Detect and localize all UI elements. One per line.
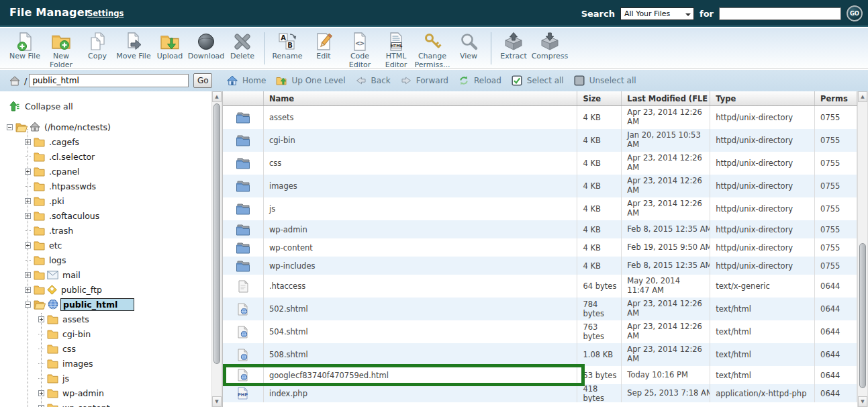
search-scope-select[interactable]: All Your Files (620, 7, 694, 20)
tree-item-js[interactable]: js (0, 371, 211, 386)
search-go-button[interactable]: GO (847, 5, 863, 21)
file-type: text/html (710, 320, 815, 343)
column-header-icon[interactable] (223, 91, 264, 105)
nav-unselect-all-button[interactable]: Unselect all (574, 75, 636, 86)
file-type: httpd/unix-directory (710, 197, 815, 220)
expand-icon[interactable] (38, 316, 44, 322)
tree-item-css[interactable]: css (0, 341, 211, 356)
list-scrollbar[interactable]: ▲ ▼ (857, 91, 868, 407)
column-header-name[interactable]: Name (264, 91, 577, 105)
search-scope-value: All Your Files (624, 9, 670, 18)
tree-item-.htpasswds[interactable]: .htpasswds (0, 179, 211, 193)
toolbar-move-file-button[interactable]: Move File (115, 31, 152, 61)
table-row-wp-includes[interactable]: wp-includes4 KBFeb 8, 2015 12:35 AMhttpd… (223, 257, 857, 275)
toolbar-upload-button[interactable]: Upload (152, 31, 188, 61)
toolbar-change-permissions-button[interactable]: Change Permiss... (414, 31, 450, 69)
tree-item-cgi-bin[interactable]: cgi-bin (0, 326, 211, 341)
scroll-down-button[interactable]: ▼ (212, 396, 222, 407)
tree-item-images[interactable]: images (0, 356, 211, 371)
column-header-perms[interactable]: Perms (815, 91, 857, 105)
tree-item-.cpanel[interactable]: .cpanel (0, 164, 211, 179)
tree-item-assets[interactable]: assets (0, 312, 211, 326)
expand-icon[interactable] (25, 242, 31, 248)
path-go-button[interactable]: Go (193, 73, 212, 88)
expand-icon[interactable] (38, 405, 44, 407)
nav-select-all-button[interactable]: Select all (512, 75, 564, 86)
expand-icon[interactable] (38, 390, 44, 396)
scroll-up-button[interactable]: ▲ (212, 91, 222, 102)
nav-home-button[interactable]: Home (227, 75, 266, 86)
table-row-504.shtml[interactable]: 504.shtml763 bytesApr 23, 2014 12:26 AMt… (223, 320, 857, 343)
toolbar-copy-button[interactable]: Copy (79, 31, 115, 61)
toolbar-download-button[interactable]: Download (188, 31, 224, 61)
collapse-icon[interactable] (7, 124, 13, 130)
tree-item-.softaculous[interactable]: .softaculous (0, 208, 211, 223)
file-name: assets (264, 106, 577, 129)
collapse-all[interactable]: Collapse all (9, 101, 73, 111)
toolbar-edit-button[interactable]: Edit (305, 31, 342, 61)
nav-reload-button[interactable]: Reload (459, 75, 501, 86)
table-row-cgi-bin[interactable]: cgi-bin4 KBJan 20, 2015 10:53 AMhttpd/un… (223, 129, 857, 152)
table-row-508.shtml[interactable]: 508.shtml1.08 KBApr 23, 2014 12:26 AMtex… (223, 343, 857, 366)
tree-item-.pki[interactable]: .pki (0, 193, 211, 208)
collapse-icon[interactable] (25, 302, 31, 308)
table-row-wp-content[interactable]: wp-content4 KBFeb 19, 2015 9:50 AMhttpd/… (223, 238, 857, 257)
table-row-assets[interactable]: assets4 KBApr 23, 2014 12:26 AMhttpd/uni… (223, 106, 857, 129)
table-row-js[interactable]: js4 KBApr 23, 2014 12:26 AMhttpd/unix-di… (223, 197, 857, 220)
toolbar-new-file-button[interactable]: New File (7, 31, 43, 61)
column-header-type[interactable]: Type (710, 91, 815, 105)
toolbar-extract-button[interactable]: Extract (495, 31, 532, 61)
table-row-css[interactable]: css4 KBApr 23, 2014 12:26 AMhttpd/unix-d… (223, 152, 857, 175)
file-name: googlecf83740f470759ed.html (264, 366, 577, 384)
scroll-up-button[interactable]: ▲ (858, 91, 867, 102)
table-row-502.shtml[interactable]: 502.shtml784 bytesApr 23, 2014 12:26 AMt… (223, 298, 857, 320)
nav-back-button[interactable]: Back (356, 75, 391, 86)
scrollbar-thumb[interactable] (213, 103, 220, 364)
expand-icon[interactable] (25, 198, 31, 204)
tree-item-homenctests[interactable]: (/home/nctests) (0, 120, 211, 134)
tree-item-wp-content[interactable]: wp-content (0, 400, 211, 407)
html-file-icon (223, 366, 264, 384)
path-input[interactable] (29, 74, 189, 87)
toolbar-html-editor-button[interactable]: HTMLHTML Editor (378, 31, 414, 69)
table-row-.htaccess[interactable]: .htaccess64 bytesMay 20, 2014 11:47 AMte… (223, 275, 857, 298)
nav-forward-button[interactable]: Forward (401, 75, 448, 86)
tree-item-etc[interactable]: etc (0, 238, 211, 253)
toolbar-code-editor-button[interactable]: <>Code Editor (342, 31, 378, 69)
scrollbar-thumb[interactable] (859, 243, 866, 388)
tree-item-mail[interactable]: mail (0, 267, 211, 282)
column-header-size[interactable]: Size (577, 91, 622, 105)
expand-icon[interactable] (25, 169, 31, 175)
file-modified: Apr 23, 2014 12:26 AM (622, 197, 710, 220)
tree-item-.cl.selector[interactable]: .cl.selector (0, 149, 211, 164)
tree-item-public_ftp[interactable]: public_ftp (0, 282, 211, 297)
tree-scrollbar[interactable]: ▲ ▼ (211, 91, 222, 407)
column-header-last[interactable]: Last Modified (FLE Stand (622, 91, 710, 105)
table-row-images[interactable]: images4 KBApr 23, 2014 12:26 AMhttpd/uni… (223, 175, 857, 197)
nav-up-one-level-button[interactable]: Up One Level (276, 75, 345, 86)
expand-icon[interactable] (25, 139, 31, 145)
scroll-down-button[interactable]: ▼ (858, 396, 867, 407)
toolbar-compress-button[interactable]: Compress (532, 31, 568, 61)
tree-item-logs[interactable]: logs (0, 253, 211, 267)
expand-icon[interactable] (25, 213, 31, 219)
up-one-level-icon (276, 75, 287, 86)
toolbar-delete-button[interactable]: Delete (224, 31, 260, 61)
toolbar-view-button[interactable]: View (450, 31, 487, 61)
expand-icon[interactable] (25, 272, 31, 278)
toolbar-new-folder-button[interactable]: New Folder (43, 31, 79, 69)
expand-icon[interactable] (25, 287, 31, 293)
tree-item-.trash[interactable]: .trash (0, 223, 211, 238)
tree-item-.cagefs[interactable]: .cagefs (0, 134, 211, 149)
tree-item-wp-admin[interactable]: wp-admin (0, 386, 211, 400)
file-perms: 0755 (815, 238, 857, 257)
table-row-wp-admin[interactable]: wp-admin4 KBFeb 8, 2015 12:35 AMhttpd/un… (223, 220, 857, 238)
table-row-googlecf83740f470759ed.html[interactable]: googlecf83740f470759ed.html53 bytesToday… (223, 366, 857, 384)
file-type: text/html (710, 298, 815, 320)
settings-link[interactable]: Settings (87, 9, 124, 18)
tree-item-public_html[interactable]: public_html (0, 297, 211, 312)
search-input[interactable] (719, 7, 841, 20)
folder-file-icon (223, 197, 264, 220)
table-row-index.php[interactable]: PHPindex.php418 bytesSep 25, 2013 7:18 A… (223, 384, 857, 402)
toolbar-rename-button[interactable]: ABRename (269, 31, 305, 61)
